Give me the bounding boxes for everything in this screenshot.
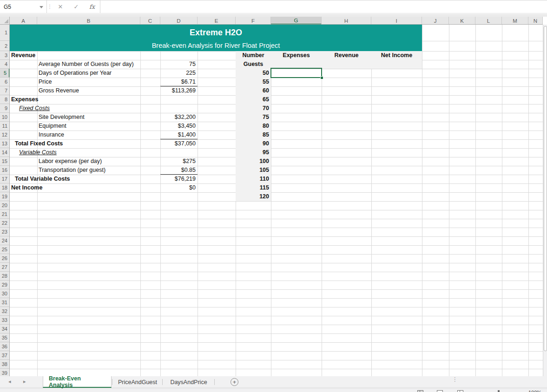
zoom-slider-handle[interactable] [498,390,500,392]
cell-F16[interactable]: 105 [236,166,269,175]
cell-A8[interactable]: Expenses [11,95,38,104]
sheet-grid[interactable]: Extreme H2OBreak-even Analysis for River… [10,25,543,376]
cell-F17[interactable]: 110 [236,175,269,183]
row-header-17[interactable]: 17 [0,175,10,183]
vertical-scrollbar[interactable] [543,25,547,376]
column-header-M[interactable]: M [502,17,528,25]
cell-A13[interactable]: Total Fixed Costs [15,139,63,148]
cell-F11[interactable]: 80 [236,122,269,131]
row-header-5[interactable]: 5 [0,69,10,78]
row-header-1[interactable]: 1 [0,25,10,41]
cell-B10[interactable]: Site Development [39,113,85,122]
row-header-27[interactable]: 27 [0,263,10,272]
row-header-37[interactable]: 37 [0,351,10,360]
row-header-32[interactable]: 32 [0,307,10,316]
column-header-F[interactable]: F [236,17,271,25]
cell-F8[interactable]: 65 [236,95,269,104]
cell-F4[interactable]: Guests [236,60,271,69]
row-header-28[interactable]: 28 [0,272,10,281]
cell-B5[interactable]: Days of Operations per Year [39,69,112,78]
column-header-I[interactable]: I [371,17,422,25]
row-header-13[interactable]: 13 [0,139,10,148]
row-header-15[interactable]: 15 [0,157,10,166]
cell-D5[interactable]: 225 [160,69,196,78]
cell-F7[interactable]: 60 [236,86,269,95]
cell-D18[interactable]: $0 [160,183,196,192]
cell-F13[interactable]: 90 [236,139,269,148]
tab-priceandguest[interactable]: PriceAndGuest [113,376,162,388]
row-header-25[interactable]: 25 [0,245,10,254]
cell-D10[interactable]: $32,200 [160,113,196,122]
row-header-23[interactable]: 23 [0,228,10,236]
row-header-20[interactable]: 20 [0,201,10,210]
cell-D16[interactable]: $0.85 [160,166,196,175]
row-header-30[interactable]: 30 [0,289,10,298]
row-header-31[interactable]: 31 [0,298,10,307]
column-header-G[interactable]: G [271,17,322,25]
cell-B11[interactable]: Equipment [39,122,66,131]
cell-A9[interactable]: Fixed Costs [19,104,50,113]
cell-D17[interactable]: $76,219 [160,175,196,183]
row-header-26[interactable]: 26 [0,254,10,263]
cell-B7[interactable]: Gross Revenue [39,86,79,95]
row-header-35[interactable]: 35 [0,333,10,342]
enter-button[interactable]: ✓ [68,0,84,13]
row-header-36[interactable]: 36 [0,342,10,351]
cell-B4[interactable]: Average Number of Guests (per day) [39,60,134,69]
cell-F3[interactable]: Number [236,51,271,60]
cell-A3[interactable]: Revenue [11,51,35,60]
row-header-14[interactable]: 14 [0,148,10,157]
row-header-6[interactable]: 6 [0,78,10,86]
cell-D15[interactable]: $275 [160,157,196,166]
column-header-A[interactable]: A [10,17,37,25]
cell-G3[interactable]: Expenses [271,51,322,60]
row-header-16[interactable]: 16 [0,166,10,175]
cell-A18[interactable]: Net Income [11,183,42,192]
vertical-scrollbar-thumb[interactable] [544,26,547,351]
name-box[interactable]: G5 [0,0,47,13]
cell-H3[interactable]: Revenue [322,51,371,60]
column-header-B[interactable]: B [37,17,140,25]
row-header-34[interactable]: 34 [0,325,10,333]
row-header-2[interactable]: 2 [0,41,10,51]
row-header-10[interactable]: 10 [0,113,10,122]
row-header-3[interactable]: 3 [0,51,10,60]
row-header-38[interactable]: 38 [0,360,10,369]
row-header-9[interactable]: 9 [0,104,10,113]
row-header-39[interactable]: 39 [0,369,10,376]
cell-I3[interactable]: Net Income [371,51,422,60]
cell-D6[interactable]: $6.71 [160,78,196,86]
scrollbar-resize-grip-icon[interactable]: ⋮ [452,378,458,381]
cell-D7[interactable]: $113,269 [160,86,196,95]
cell-B15[interactable]: Labor expense (per day) [39,157,102,166]
column-header-D[interactable]: D [160,17,198,25]
row-header-21[interactable]: 21 [0,210,10,219]
row-header-19[interactable]: 19 [0,192,10,201]
tab-break-even-analysis[interactable]: Break-Even Analysis [43,376,112,388]
row-header-8[interactable]: 8 [0,95,10,104]
tab-scroll-prev-icon[interactable]: ◂ [8,379,11,385]
page-break-view-icon[interactable] [457,390,463,392]
zoom-level-label[interactable]: 100% [528,390,541,392]
column-header-K[interactable]: K [449,17,475,25]
page-layout-view-icon[interactable] [437,390,443,392]
normal-view-icon[interactable] [417,390,423,392]
cell-F19[interactable]: 120 [236,192,269,201]
select-all-corner[interactable] [0,17,10,25]
cell-F9[interactable]: 70 [236,104,269,113]
row-header-11[interactable]: 11 [0,122,10,131]
selected-cell-G5[interactable] [270,68,322,78]
cell-B6[interactable]: Price [39,78,52,86]
cell-F5[interactable]: 50 [236,69,269,78]
column-header-L[interactable]: L [475,17,502,25]
title-banner[interactable]: Extreme H2OBreak-even Analysis for River… [10,25,422,51]
column-header-N[interactable]: N [528,17,543,25]
column-header-E[interactable]: E [198,17,236,25]
name-box-dropdown-icon[interactable] [40,6,43,8]
column-header-H[interactable]: H [322,17,371,25]
cell-D13[interactable]: $37,050 [160,139,196,148]
cell-B12[interactable]: Insurance [39,131,64,139]
row-header-22[interactable]: 22 [0,219,10,228]
row-header-12[interactable]: 12 [0,131,10,139]
tab-daysandprice[interactable]: DaysAndPrice [164,376,214,388]
